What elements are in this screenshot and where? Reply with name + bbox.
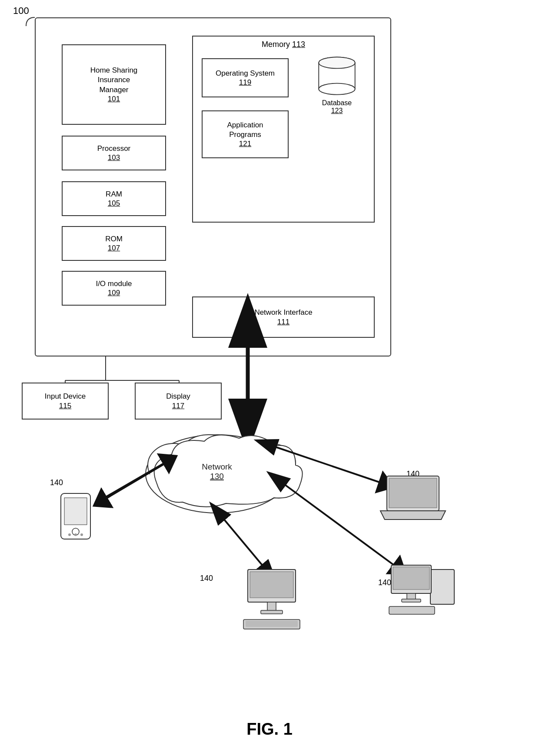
io-title: I/O module: [96, 279, 132, 289]
svg-point-14: [146, 435, 289, 513]
network-cloud-shape: [146, 435, 303, 513]
svg-line-26: [276, 478, 400, 569]
svg-rect-27: [61, 493, 90, 539]
svg-rect-34: [389, 478, 437, 508]
box-io: I/O module 109: [62, 271, 166, 306]
svg-rect-44: [407, 593, 416, 599]
box-ram: RAM 105: [62, 181, 166, 216]
svg-rect-45: [402, 599, 421, 602]
client-label-3: 140: [200, 574, 213, 583]
database-ref: 123: [331, 107, 343, 114]
svg-point-19: [150, 438, 285, 510]
svg-rect-39: [243, 619, 300, 629]
box-os: Operating System 119: [202, 58, 289, 97]
ram-title: RAM: [106, 190, 122, 199]
svg-line-25: [217, 511, 270, 574]
hsim-ref: 101: [108, 95, 120, 103]
svg-point-2: [319, 83, 355, 95]
box-rom: ROM 107: [62, 226, 166, 261]
client-label-2: 140: [406, 470, 419, 479]
processor-title: Processor: [97, 144, 131, 153]
ni-title: Network Interface: [254, 308, 312, 317]
client-label-4: 140: [378, 578, 391, 587]
svg-point-16: [243, 443, 296, 483]
fig-caption: FIG. 1: [246, 720, 293, 739]
box-memory: Memory 113 Operating System 119 Database…: [192, 36, 375, 223]
svg-line-23: [102, 460, 170, 499]
svg-point-30: [68, 533, 71, 536]
svg-text:130: 130: [210, 472, 224, 481]
svg-rect-33: [387, 476, 439, 511]
diagram: 100 Home SharingInsuranceManager 101 Pro…: [0, 0, 539, 756]
os-ref: 119: [239, 78, 251, 87]
memory-ref: 113: [292, 40, 305, 49]
client-label-1: 140: [50, 478, 63, 487]
display-title: Display: [166, 392, 190, 401]
app-ref: 121: [239, 140, 251, 148]
svg-point-17: [180, 435, 237, 474]
box-hsim: Home SharingInsuranceManager 101: [62, 44, 166, 125]
database-label: Database123: [322, 99, 352, 115]
processor-ref: 103: [108, 153, 120, 162]
memory-title: Memory 113: [262, 40, 305, 49]
hsim-title: Home SharingInsuranceManager: [90, 66, 138, 94]
svg-rect-40: [246, 621, 298, 627]
box-processor: Processor 103: [62, 136, 166, 170]
svg-point-3: [319, 57, 355, 68]
svg-rect-42: [391, 565, 431, 593]
svg-rect-43: [393, 567, 429, 589]
rom-ref: 107: [108, 244, 120, 253]
outer-box: Home SharingInsuranceManager 101 Process…: [35, 17, 391, 356]
svg-rect-37: [267, 602, 276, 611]
os-title: Operating System: [216, 69, 275, 78]
database-cylinder-icon: [313, 54, 361, 98]
svg-rect-36: [250, 572, 293, 598]
app-title: ApplicationPrograms: [227, 120, 263, 140]
input-device-ref: 115: [59, 402, 71, 410]
svg-text:Network: Network: [202, 462, 232, 471]
svg-line-22: [100, 461, 170, 502]
svg-rect-38: [261, 610, 283, 614]
display-ref: 117: [172, 402, 184, 410]
io-ref: 109: [108, 289, 120, 297]
svg-rect-41: [430, 569, 454, 604]
ram-ref: 105: [108, 199, 120, 208]
svg-rect-28: [64, 498, 87, 525]
rom-title: ROM: [105, 234, 123, 244]
svg-point-18: [214, 438, 264, 475]
svg-line-24: [265, 443, 387, 485]
svg-point-29: [72, 528, 79, 535]
box-app: ApplicationPrograms 121: [202, 110, 289, 158]
box-display: Display 117: [135, 383, 222, 420]
svg-point-32: [80, 533, 83, 536]
box-input-device: Input Device 115: [22, 383, 109, 420]
svg-point-15: [148, 443, 200, 487]
svg-point-31: [74, 533, 77, 536]
box-ni: Network Interface 111: [192, 296, 375, 338]
svg-rect-35: [248, 569, 296, 602]
ni-ref: 111: [277, 318, 289, 326]
database-area: Database123: [309, 54, 365, 115]
ref-100-label: 100: [13, 5, 29, 17]
input-device-title: Input Device: [45, 392, 86, 401]
svg-rect-46: [389, 606, 435, 614]
